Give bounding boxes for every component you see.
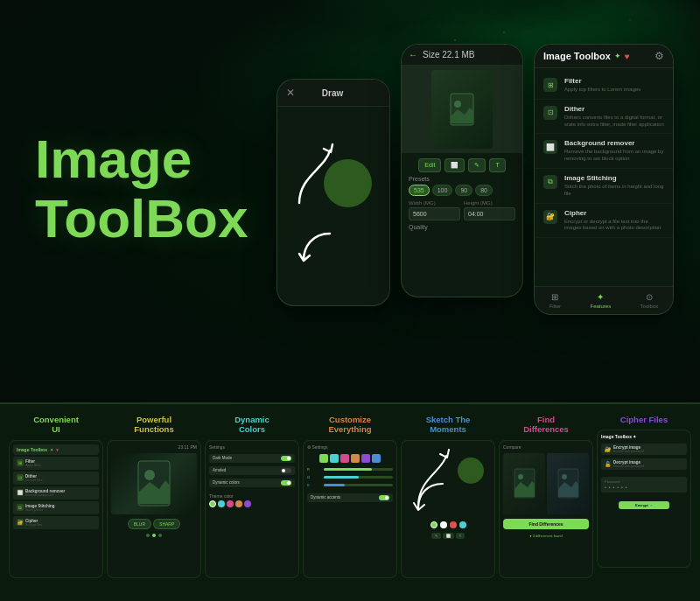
toolbox-bgremover-icon: ⬜ bbox=[543, 140, 557, 154]
toolbox-stitching-desc: Stitch the photo of items in height and … bbox=[564, 184, 664, 198]
toolbox-bgremover-text: Background remover Remove the background… bbox=[564, 139, 664, 163]
phones-container: ✕ Draw ← bbox=[276, 44, 674, 315]
feature-convenient-ui-label: ConvenientUI bbox=[33, 415, 79, 435]
resize-height-group: Height (MG) 04:00 bbox=[464, 200, 515, 220]
toolbox-menu: ⊞ Filter Apply top filters to Lorem imag… bbox=[535, 68, 673, 241]
toolbox-nav-features[interactable]: ✦ Features bbox=[590, 292, 611, 309]
toolbox-nav-filter-icon: ⊞ bbox=[551, 292, 558, 302]
resize-preset-3[interactable]: 80 bbox=[475, 185, 493, 196]
resize-inputs: Width (MG) 5600 Height (MG) 04:00 bbox=[409, 200, 515, 220]
toolbox-stitching-icon: ⧉ bbox=[543, 175, 557, 189]
svg-point-7 bbox=[562, 474, 567, 479]
feature-customize-everything-screenshot: ⚙ Settings R G B Dynamic accents bbox=[303, 440, 397, 578]
resize-height-label: Height (MG) bbox=[464, 200, 515, 206]
draw-arrow-bottom-icon bbox=[295, 229, 339, 264]
feature-sketch-moments-label: Sketch TheMoments bbox=[426, 415, 471, 435]
toolbox-main-title: Image Toolbox bbox=[543, 51, 611, 61]
toolbox-nav-features-label: Features bbox=[590, 304, 611, 309]
toolbox-dither-icon: ⊡ bbox=[543, 106, 557, 120]
toolbox-title-row: Image Toolbox ✦ ♥ bbox=[543, 51, 630, 61]
feature-dynamic-colors-screenshot: Settings Dark Mode Amoled Dynamic colors… bbox=[205, 440, 299, 578]
hero-section: Image ToolBox ✕ Draw bbox=[0, 0, 700, 402]
toolbox-stitching-title: Image Stitching bbox=[564, 174, 664, 182]
toolbox-cipher-text: Cipher Encrypt or decrypt a file text in… bbox=[564, 209, 664, 233]
resize-draw-btn[interactable]: ✎ bbox=[468, 158, 486, 172]
draw-canvas bbox=[277, 107, 389, 290]
feature-powerful-functions-screenshot: 23:11 PM BLUR SHARP bbox=[107, 440, 201, 578]
feature-powerful-functions-label: PowerfulFunctions bbox=[134, 415, 173, 435]
toolbox-cipher-title: Cipher bbox=[564, 209, 664, 217]
feature-customize-everything: CustomizeEverything ⚙ Settings R G B bbox=[303, 415, 397, 578]
resize-width-group: Width (MG) 5600 bbox=[409, 200, 460, 220]
toolbox-dither-desc: Dithers converts files to a digital form… bbox=[564, 115, 664, 129]
feature-powerful-functions: PowerfulFunctions 23:11 PM bbox=[107, 415, 201, 578]
resize-back-icon: ← bbox=[409, 50, 417, 59]
resize-width-input[interactable]: 5600 bbox=[409, 207, 460, 220]
resize-presets-row: 535 100 90 80 bbox=[409, 185, 515, 196]
resize-height-input[interactable]: 04:00 bbox=[464, 207, 515, 220]
toolbox-menu-dither[interactable]: ⊡ Dither Dithers converts files to a dig… bbox=[535, 100, 673, 135]
toolbox-nav-toolbox-label: Toolbox bbox=[640, 304, 659, 309]
toolbox-dither-text: Dither Dithers converts files to a digit… bbox=[564, 105, 664, 129]
resize-controls: Edit ⬜ ✎ T Presets 535 100 90 80 Width (… bbox=[402, 153, 522, 235]
toolbox-badge-icon: ✦ bbox=[614, 52, 621, 60]
toolbox-gear-icon[interactable]: ⚙ bbox=[654, 50, 664, 62]
feature-convenient-ui-screenshot: Image Toolbox ✦ ♥ ⊞FilterApply filters ⊡… bbox=[9, 440, 103, 578]
resize-quality-label: Quality bbox=[409, 224, 515, 230]
resize-title: Size 22.1 MB bbox=[423, 50, 474, 59]
toolbox-menu-stitching[interactable]: ⧉ Image Stitching Stitch the photo of it… bbox=[535, 169, 673, 204]
toolbox-menu-filter[interactable]: ⊞ Filter Apply top filters to Lorem imag… bbox=[535, 72, 673, 100]
toolbox-menu-cipher[interactable]: 🔐 Cipher Encrypt or decrypt a file text … bbox=[535, 204, 673, 239]
phone-draw: ✕ Draw bbox=[276, 79, 390, 306]
toolbox-nav-toolbox-icon: ⊙ bbox=[646, 292, 653, 302]
phone-toolbox: Image Toolbox ✦ ♥ ⚙ ⊞ Filter Apply top f… bbox=[534, 44, 674, 315]
resize-preset-0[interactable]: 535 bbox=[409, 185, 430, 196]
feature-sketch-moments-screenshot: ✎ ⬜ T bbox=[401, 440, 495, 578]
resize-preview-icon bbox=[449, 92, 475, 127]
feature-cipher-files-screenshot: Image Toolbox ✦ 🔐Encrypt imageEncode wit… bbox=[597, 430, 691, 568]
resize-header: ← Size 22.1 MB bbox=[402, 45, 522, 66]
toolbox-nav-features-icon: ✦ bbox=[597, 292, 604, 302]
resize-preset-2[interactable]: 90 bbox=[455, 185, 472, 196]
resize-edit-btn[interactable]: Edit bbox=[418, 158, 441, 172]
feature-find-differences-screenshot: Compare bbox=[499, 440, 593, 578]
feature-find-differences: FindDifferences Compare bbox=[499, 415, 593, 578]
draw-circle bbox=[324, 159, 372, 207]
resize-image-preview bbox=[431, 70, 493, 149]
toolbox-heart-icon: ♥ bbox=[625, 52, 630, 61]
draw-close-icon: ✕ bbox=[286, 87, 295, 99]
toolbox-dither-title: Dither bbox=[564, 105, 664, 113]
toolbox-filter-title: Filter bbox=[564, 77, 664, 85]
resize-presets-label: Presets bbox=[409, 176, 515, 182]
toolbox-filter-icon: ⊞ bbox=[543, 78, 557, 92]
toolbox-bgremover-title: Background remover bbox=[564, 139, 664, 147]
feature-cipher-files: Cipher Files Image Toolbox ✦ 🔐Encrypt im… bbox=[597, 415, 691, 578]
draw-title: Draw bbox=[322, 88, 343, 98]
feature-customize-everything-label: CustomizeEverything bbox=[328, 415, 371, 435]
toolbox-cipher-icon: 🔐 bbox=[543, 210, 557, 224]
toolbox-nav-filter[interactable]: ⊞ Filter bbox=[550, 292, 561, 309]
toolbox-bgremover-desc: Remove the background from an image by r… bbox=[564, 149, 664, 163]
resize-crop-btn[interactable]: ⬜ bbox=[444, 158, 465, 172]
resize-image-area bbox=[402, 66, 522, 153]
toolbox-nav: ⊞ Filter ✦ Features ⊙ Toolbox bbox=[535, 286, 673, 314]
toolbox-cipher-desc: Encrypt or decrypt a file text into the … bbox=[564, 219, 664, 233]
feature-dynamic-colors: DynamicColors Settings Dark Mode Amoled … bbox=[205, 415, 299, 578]
feature-find-differences-label: FindDifferences bbox=[523, 415, 569, 435]
hero-title-line2: ToolBox bbox=[35, 189, 248, 248]
feature-convenient-ui: ConvenientUI Image Toolbox ✦ ♥ ⊞FilterAp… bbox=[9, 415, 103, 578]
toolbox-menu-bgremover[interactable]: ⬜ Background remover Remove the backgrou… bbox=[535, 134, 673, 169]
features-section: ConvenientUI Image Toolbox ✦ ♥ ⊞FilterAp… bbox=[0, 402, 700, 601]
phone-resize: ← Size 22.1 MB Edit ⬜ ✎ T bbox=[401, 44, 523, 297]
toolbox-nav-toolbox[interactable]: ⊙ Toolbox bbox=[640, 292, 659, 309]
draw-header: ✕ Draw bbox=[277, 80, 389, 107]
feature-dynamic-colors-label: DynamicColors bbox=[234, 415, 270, 435]
toolbox-filter-text: Filter Apply top filters to Lorem images bbox=[564, 77, 664, 94]
features-labels: ConvenientUI Image Toolbox ✦ ♥ ⊞FilterAp… bbox=[9, 415, 691, 578]
resize-preset-1[interactable]: 100 bbox=[432, 185, 453, 196]
toolbox-stitching-text: Image Stitching Stitch the photo of item… bbox=[564, 174, 664, 198]
resize-width-label: Width (MG) bbox=[409, 200, 460, 206]
feature-cipher-files-label: Cipher Files bbox=[620, 415, 668, 424]
toolbox-filter-desc: Apply top filters to Lorem images bbox=[564, 87, 664, 94]
resize-text-btn[interactable]: T bbox=[489, 158, 505, 172]
